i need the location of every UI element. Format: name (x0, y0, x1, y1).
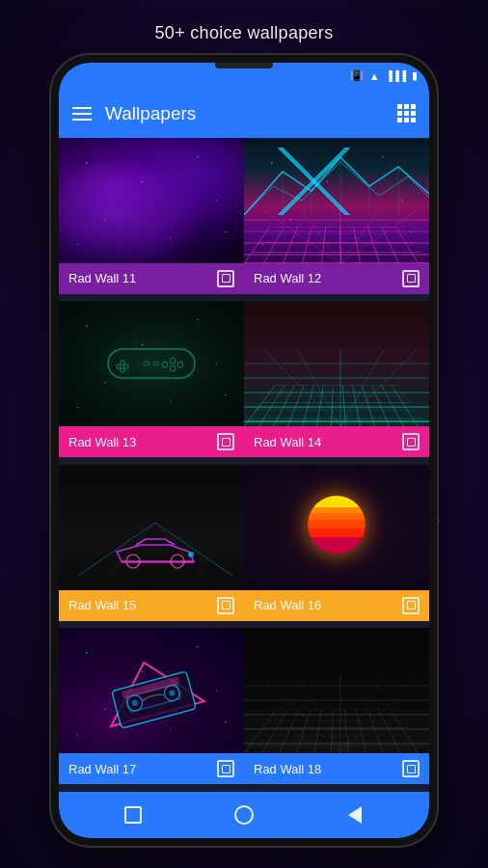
svg-line-32 (340, 349, 384, 426)
expand-icon-18[interactable] (402, 760, 420, 777)
svg-line-35 (155, 523, 232, 576)
wallpaper-grid: Rad Wall 11 (59, 138, 429, 792)
teal-grid-svg (244, 349, 429, 426)
svg-line-58 (340, 676, 384, 753)
recent-apps-button[interactable] (116, 798, 150, 832)
mountain-wireframe (244, 143, 429, 215)
svg-line-13 (340, 210, 379, 263)
grid-view-button[interactable] (397, 104, 416, 122)
signal-icon: ▐▐▐ (386, 70, 406, 81)
dark-grid-svg (244, 676, 429, 753)
wallpaper-label-17: Rad Wall 17 (68, 762, 136, 776)
home-button[interactable] (227, 798, 261, 832)
wallpaper-label-13: Rad Wall 13 (68, 435, 136, 449)
wallpaper-label-11: Rad Wall 11 (68, 271, 136, 285)
svg-rect-17 (117, 365, 128, 368)
battery-icon: ▮ (412, 69, 418, 82)
wallpaper-item-14[interactable]: Rad Wall 14 (244, 301, 429, 465)
svg-line-29 (263, 349, 340, 426)
circle-icon (234, 805, 254, 825)
expand-icon-16[interactable] (402, 597, 420, 614)
svg-line-10 (263, 210, 340, 263)
wifi-icon: ▲ (369, 70, 380, 82)
svg-line-34 (78, 523, 155, 576)
wallpaper-label-18: Rad Wall 18 (254, 762, 321, 776)
phone-frame: 📳 ▲ ▐▐▐ ▮ Wallpapers (51, 55, 437, 846)
svg-line-56 (297, 676, 340, 753)
expand-icon-15[interactable] (217, 597, 234, 614)
neon-grid-12 (244, 210, 429, 263)
svg-line-55 (263, 676, 340, 753)
expand-icon-11[interactable] (217, 270, 234, 287)
app-bar: Wallpapers (59, 90, 429, 138)
wallpaper-label-14: Rad Wall 14 (254, 435, 321, 449)
expand-icon-12[interactable] (402, 270, 420, 287)
expand-icon-17[interactable] (217, 760, 234, 777)
nav-bar (59, 792, 429, 838)
wallpaper-item-15[interactable]: Rad Wall 15 (59, 465, 244, 629)
back-icon (348, 806, 362, 824)
svg-point-19 (177, 362, 183, 367)
neon-car-svg (59, 503, 244, 581)
wallpaper-item-13[interactable]: Rad Wall 13 (59, 301, 244, 465)
svg-line-11 (302, 210, 340, 263)
wallpaper-label-12: Rad Wall 12 (254, 271, 321, 285)
svg-line-30 (297, 349, 340, 426)
app-bar-title: Wallpapers (105, 103, 384, 124)
svg-rect-16 (121, 361, 124, 372)
square-icon (124, 806, 142, 824)
svg-point-21 (162, 362, 168, 367)
svg-line-33 (340, 349, 418, 426)
svg-point-20 (170, 366, 176, 371)
wallpaper-label-16: Rad Wall 16 (254, 598, 321, 612)
controller-svg (103, 339, 200, 388)
svg-rect-22 (144, 362, 149, 366)
svg-rect-23 (153, 362, 159, 366)
vibrate-icon: 📳 (350, 69, 364, 82)
back-button[interactable] (338, 798, 372, 832)
svg-point-18 (170, 358, 176, 364)
svg-point-40 (188, 552, 194, 557)
wallpaper-item-17[interactable]: Rad Wall 17 (59, 628, 244, 792)
wallpaper-item-11[interactable]: Rad Wall 11 (59, 138, 244, 302)
svg-line-14 (340, 210, 418, 263)
menu-button[interactable] (72, 107, 92, 121)
retro-sun (308, 496, 366, 554)
status-bar: 📳 ▲ ▐▐▐ ▮ (59, 63, 429, 90)
wallpaper-item-16[interactable]: Rad Wall 16 (244, 465, 429, 629)
expand-icon-13[interactable] (217, 433, 234, 450)
wallpaper-item-18[interactable]: Rad Wall 18 (244, 628, 429, 792)
wallpaper-label-15: Rad Wall 15 (68, 598, 136, 612)
expand-icon-14[interactable] (402, 433, 420, 450)
wallpaper-item-12[interactable]: Rad Wall 12 (244, 138, 429, 302)
page-title: 50+ choice wallpapers (155, 23, 334, 43)
